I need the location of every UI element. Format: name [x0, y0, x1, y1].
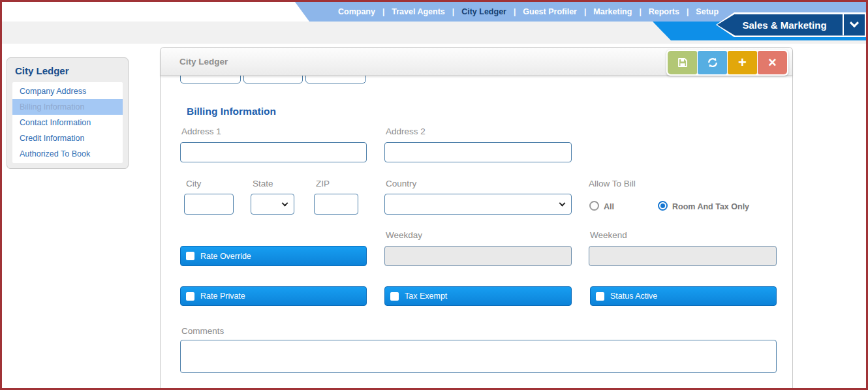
sidebar-item-company-address[interactable]: Company Address — [12, 83, 123, 99]
allow-all-radio[interactable] — [589, 201, 599, 211]
module-selector-label: Sales & Marketing — [717, 20, 843, 31]
nav-separator: | — [452, 7, 454, 16]
nav-item-reports[interactable]: Reports — [649, 7, 679, 16]
select-chevron-icon — [282, 200, 288, 207]
app-root: Company | Travel Agents | City Ledger | … — [2, 2, 866, 388]
weekend-label: Weekend — [590, 230, 627, 240]
sidebar-item-contact-information[interactable]: Contact Information — [12, 115, 123, 130]
country-select[interactable] — [384, 194, 572, 215]
rate-override-label: Rate Override — [200, 252, 251, 261]
module-selector-body: Sales & Marketing — [717, 14, 865, 36]
nav-separator: | — [687, 7, 689, 16]
refresh-button[interactable] — [698, 51, 727, 74]
nav-separator: | — [639, 7, 641, 16]
panel-toolbar: + × — [666, 50, 788, 76]
weekend-input — [589, 246, 777, 266]
nav-item-city-ledger[interactable]: City Ledger — [461, 7, 506, 16]
allow-all-radio-label[interactable]: All — [604, 202, 614, 211]
add-button[interactable]: + — [728, 51, 757, 74]
sidebar-item-credit-information[interactable]: Credit Information — [12, 130, 123, 146]
refresh-icon — [706, 56, 719, 69]
address1-input[interactable] — [180, 142, 367, 162]
nav-item-marketing[interactable]: Marketing — [593, 7, 632, 16]
zip-label: ZIP — [316, 179, 330, 188]
nav-item-setup[interactable]: Setup — [696, 7, 719, 16]
city-ledger-panel: City Ledger — [160, 47, 793, 388]
checkbox-icon — [390, 292, 399, 301]
nav-item-guest-profiler[interactable]: Guest Profiler — [523, 7, 577, 16]
module-selector-dropdown[interactable]: Sales & Marketing — [716, 12, 866, 37]
sidebar-list: Company Address Billing Information Cont… — [12, 82, 123, 163]
sidebar-item-authorized-to-book[interactable]: Authorized To Book — [12, 146, 123, 162]
sidebar-title: City Ledger — [7, 58, 128, 82]
rate-private-label: Rate Private — [200, 292, 245, 301]
weekday-label: Weekday — [386, 230, 422, 240]
zip-input[interactable] — [314, 194, 358, 215]
comments-label: Comments — [181, 326, 224, 336]
panel-body: Billing Information Address 1 Address 2 … — [161, 76, 792, 388]
weekday-input — [384, 246, 572, 266]
state-select[interactable] — [251, 194, 294, 215]
panel-header: City Ledger — [161, 48, 792, 76]
status-active-checkbox[interactable]: Status Active — [590, 286, 777, 306]
select-chevron-icon — [559, 200, 566, 207]
tax-exempt-checkbox[interactable]: Tax Exempt — [384, 286, 572, 306]
module-caret-button[interactable] — [844, 22, 865, 28]
checkbox-icon — [596, 292, 604, 301]
city-label: City — [186, 179, 201, 188]
room-and-tax-only-radio[interactable] — [658, 201, 668, 211]
save-button[interactable] — [668, 51, 697, 74]
state-label: State — [253, 179, 273, 188]
allow-to-bill-label: Allow To Bill — [589, 179, 636, 188]
rate-private-checkbox[interactable]: Rate Private — [180, 286, 367, 306]
panel-title: City Ledger — [161, 57, 228, 67]
nav-item-travel-agents[interactable]: Travel Agents — [392, 7, 445, 16]
status-active-label: Status Active — [610, 292, 657, 301]
address1-label: Address 1 — [181, 127, 221, 136]
sidebar-item-billing-information[interactable]: Billing Information — [12, 99, 123, 115]
nav-separator: | — [584, 7, 586, 16]
nav-separator: | — [382, 7, 384, 16]
close-icon: × — [768, 55, 777, 70]
checkbox-icon — [186, 252, 194, 260]
comments-textarea[interactable] — [180, 340, 777, 373]
nav-separator: | — [514, 7, 516, 16]
address2-label: Address 2 — [386, 127, 426, 136]
save-icon — [677, 57, 689, 68]
city-input[interactable] — [184, 194, 234, 215]
tax-exempt-label: Tax Exempt — [405, 292, 447, 301]
sidebar: City Ledger Company Address Billing Info… — [7, 57, 129, 169]
address2-input[interactable] — [384, 142, 572, 162]
nav-item-company[interactable]: Company — [338, 7, 375, 16]
section-title: Billing Information — [187, 106, 276, 117]
plus-icon: + — [738, 55, 747, 70]
checkbox-icon — [186, 292, 194, 301]
close-button[interactable]: × — [758, 51, 787, 74]
chevron-down-icon — [850, 18, 859, 27]
country-label: Country — [386, 179, 416, 188]
room-and-tax-only-radio-label[interactable]: Room And Tax Only — [672, 202, 749, 211]
rate-override-checkbox[interactable]: Rate Override — [180, 246, 367, 266]
